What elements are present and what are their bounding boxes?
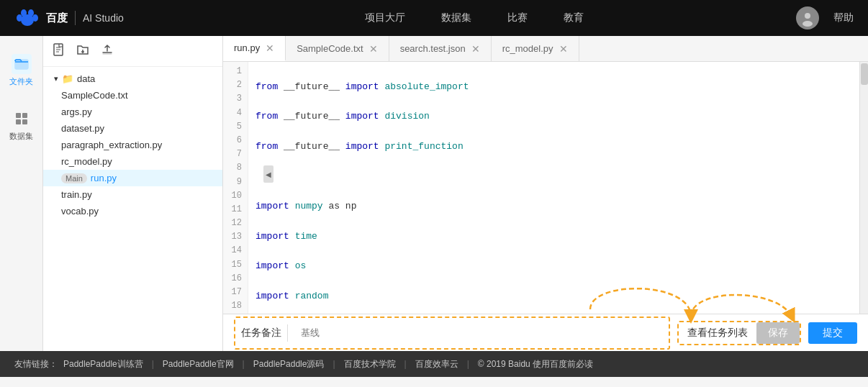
footer-link-paddlesource[interactable]: PaddlePaddle源码 — [253, 358, 325, 370]
baidu-logo: 百度 — [14, 8, 68, 28]
footer-sep: | — [152, 359, 154, 369]
file-tree-content: ▾ 📁 data SampleCode.txt args.py dataset.… — [43, 67, 222, 351]
code-editor: 1234 5678 9101112 13141516 17181920 2122… — [223, 62, 868, 314]
brand: 百度 AI Studio — [14, 8, 124, 28]
sidebar-nav: 文件夹 数据集 — [9, 54, 33, 142]
tab-samplecode[interactable]: SampleCode.txt ✕ — [286, 36, 389, 61]
svg-point-6 — [803, 21, 813, 27]
tab-label: run.py — [234, 42, 260, 53]
bottom-toolbar: 任务备注 查看任务列表 保存 提交 — [223, 314, 868, 351]
file-label: run.py — [91, 173, 117, 183]
folder-name: data — [77, 73, 95, 84]
avatar-icon — [799, 9, 816, 27]
footer-link-baiduacademy[interactable]: 百度技术学院 — [344, 358, 396, 370]
tab-search-json[interactable]: search.test.json ✕ — [389, 36, 492, 61]
view-tasks-button[interactable]: 查看任务列表 — [679, 322, 756, 344]
folder-chevron-icon: ▾ — [54, 74, 58, 83]
editor-area: run.py ✕ SampleCode.txt ✕ search.test.js… — [223, 36, 868, 351]
nav-projects[interactable]: 项目大厅 — [365, 8, 405, 28]
footer-copyright: © 2019 Baidu 使用百度前必读 — [478, 358, 593, 370]
file-tree-panel: ▾ 📁 data SampleCode.txt args.py dataset.… — [43, 36, 223, 351]
navbar: 百度 AI Studio 项目大厅 数据集 比赛 教育 帮助 — [0, 0, 868, 36]
user-avatar[interactable] — [796, 6, 819, 29]
sidebar: 文件夹 数据集 — [0, 36, 43, 351]
footer-sep: | — [243, 359, 245, 369]
nav-links: 项目大厅 数据集 比赛 教育 — [153, 8, 796, 28]
baseline-input[interactable] — [294, 321, 663, 345]
navbar-right: 帮助 — [796, 6, 854, 29]
editor-bottom-area: 任务备注 查看任务列表 保存 提交 — [223, 314, 868, 351]
footer-sep: | — [467, 359, 469, 369]
tab-close-icon[interactable]: ✕ — [471, 44, 480, 54]
folder-icon — [12, 54, 32, 74]
tab-label: SampleCode.txt — [297, 43, 363, 54]
brand-divider — [75, 11, 76, 25]
submit-button[interactable]: 提交 — [808, 322, 857, 344]
footer-link-paddleofficial[interactable]: PaddlePaddle官网 — [163, 358, 234, 370]
folder-data[interactable]: ▾ 📁 data — [43, 70, 222, 87]
code-content[interactable]: from __future__ import absolute_import f… — [248, 62, 859, 314]
new-folder-button[interactable] — [75, 42, 91, 60]
footer-prefix: 友情链接： — [14, 358, 58, 370]
main-badge: Main — [61, 173, 87, 183]
list-item[interactable]: args.py — [43, 104, 222, 120]
main-area: 文件夹 数据集 — [0, 36, 868, 351]
save-button[interactable]: 保存 — [756, 322, 800, 344]
tab-close-icon[interactable]: ✕ — [559, 44, 568, 54]
list-item[interactable]: train.py — [43, 186, 222, 203]
nav-datasets[interactable]: 数据集 — [441, 8, 471, 28]
task-note-section: 任务备注 — [234, 317, 670, 350]
footer-link-paddlecamp[interactable]: PaddlePaddle训练营 — [63, 358, 143, 370]
file-label: train.py — [61, 189, 92, 200]
list-item[interactable]: vocab.py — [43, 203, 222, 219]
panel-collapse-button[interactable]: ◀ — [263, 165, 273, 183]
file-label: rc_model.py — [61, 156, 112, 167]
svg-point-5 — [805, 13, 810, 19]
footer-link-baiducloud[interactable]: 百度效率云 — [415, 358, 458, 370]
file-label: dataset.py — [61, 123, 104, 134]
footer: 友情链接： PaddlePaddle训练营 | PaddlePaddle官网 |… — [0, 351, 868, 377]
help-link[interactable]: 帮助 — [833, 12, 854, 24]
list-item[interactable]: rc_model.py — [43, 153, 222, 170]
list-item[interactable]: dataset.py — [43, 120, 222, 137]
list-item[interactable]: SampleCode.txt — [43, 87, 222, 104]
list-item[interactable]: paragraph_extraction.py — [43, 137, 222, 153]
list-item-run-py[interactable]: Main run.py — [43, 170, 222, 186]
file-label: SampleCode.txt — [61, 90, 128, 101]
nav-competition[interactable]: 比赛 — [507, 8, 528, 28]
new-file-button[interactable] — [50, 42, 66, 60]
nav-education[interactable]: 教育 — [564, 8, 584, 28]
action-section: 查看任务列表 保存 — [677, 321, 801, 345]
editor-tabs: run.py ✕ SampleCode.txt ✕ search.test.js… — [223, 36, 868, 62]
svg-point-4 — [21, 14, 34, 26]
sidebar-item-files[interactable]: 文件夹 — [9, 54, 33, 87]
tab-run-py[interactable]: run.py ✕ — [223, 36, 286, 61]
svg-rect-10 — [16, 119, 21, 124]
svg-rect-11 — [22, 119, 27, 124]
upload-button[interactable] — [99, 42, 115, 60]
svg-rect-9 — [22, 113, 27, 118]
sidebar-files-label: 文件夹 — [9, 76, 33, 87]
tab-close-icon[interactable]: ✕ — [369, 44, 378, 54]
folder-icon: 📁 — [62, 73, 73, 84]
vertical-scrollbar[interactable] — [859, 62, 868, 314]
task-note-label: 任务备注 — [241, 327, 281, 340]
sidebar-item-datasets[interactable]: 数据集 — [9, 109, 33, 142]
file-label: vocab.py — [61, 206, 99, 217]
scrollbar-thumb[interactable] — [861, 63, 868, 85]
baidu-paw-icon — [14, 8, 40, 28]
footer-sep: | — [404, 359, 407, 369]
line-numbers: 1234 5678 9101112 13141516 17181920 2122… — [223, 62, 248, 314]
file-label: paragraph_extraction.py — [61, 140, 162, 150]
tab-label: search.test.json — [400, 43, 466, 54]
file-tree-toolbar — [43, 36, 222, 67]
tab-close-icon[interactable]: ✕ — [266, 43, 274, 53]
chevron-left-icon: ◀ — [266, 170, 271, 178]
tab-rc-model[interactable]: rc_model.py ✕ — [492, 36, 579, 61]
footer-sep: | — [333, 359, 335, 369]
svg-rect-8 — [16, 113, 21, 118]
sidebar-datasets-label: 数据集 — [9, 131, 33, 142]
baidu-text: 百度 — [46, 12, 68, 25]
tab-label: rc_model.py — [502, 43, 553, 54]
file-label: args.py — [61, 106, 92, 117]
